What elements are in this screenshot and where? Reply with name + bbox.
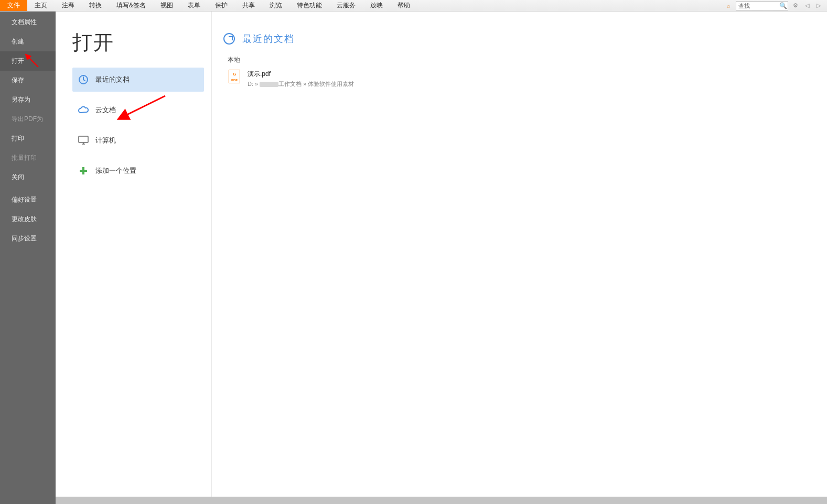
recent-file-item[interactable]: PDF 演示.pdf D: » 工作文档 » 体验软件使用素材 — [227, 70, 811, 91]
sidebar-item-skin[interactable]: 更改皮肤 — [0, 210, 56, 229]
location-cloud-docs[interactable]: 云文档 — [72, 98, 204, 122]
sidebar-item-save[interactable]: 保存 — [0, 71, 56, 90]
cloud-icon — [78, 104, 89, 116]
ribbon-tabs: 文件 主页 注释 转换 填写&签名 视图 表单 保护 共享 浏览 特色功能 云服… — [0, 0, 827, 12]
sidebar-item-close[interactable]: 关闭 — [0, 168, 56, 187]
recent-file-name: 演示.pdf — [248, 70, 354, 79]
ribbon-tab-annotate[interactable]: 注释 — [55, 0, 82, 11]
sidebar-item-doc-properties[interactable]: 文档属性 — [0, 13, 56, 32]
nav-forward-icon[interactable]: ▷ — [814, 2, 823, 10]
status-bar — [56, 497, 827, 504]
recent-docs-title: 最近的文档 — [242, 32, 295, 45]
page-title: 打开 — [72, 29, 204, 56]
redacted-segment — [260, 82, 278, 87]
search-icon[interactable]: 🔍 — [778, 2, 788, 10]
pdf-file-icon: PDF — [229, 70, 240, 83]
gear-icon[interactable]: ⚙ — [791, 2, 800, 10]
ribbon-tab-home[interactable]: 主页 — [27, 0, 55, 11]
open-locations-panel: 打开 最近的文档 云文档 计算机 添加一个位置 — [56, 12, 212, 504]
plus-icon — [78, 165, 89, 177]
ribbon-tab-help[interactable]: 帮助 — [390, 0, 417, 11]
sidebar-item-saveas[interactable]: 另存为 — [0, 90, 56, 109]
sidebar-item-export-pdf[interactable]: 导出PDF为 — [0, 109, 56, 129]
ribbon-tab-file[interactable]: 文件 — [0, 0, 27, 11]
ribbon-tab-view[interactable]: 视图 — [153, 0, 180, 11]
clock-icon — [223, 33, 235, 45]
location-label: 云文档 — [95, 105, 116, 115]
sidebar-item-print[interactable]: 打印 — [0, 129, 56, 148]
search-box[interactable]: 🔍 — [736, 1, 788, 10]
ribbon-tab-protect[interactable]: 保护 — [208, 0, 235, 11]
location-label: 计算机 — [95, 136, 116, 145]
location-computer[interactable]: 计算机 — [72, 128, 204, 152]
ribbon-tab-fillsign[interactable]: 填写&签名 — [109, 0, 153, 11]
nav-back-icon[interactable]: ◁ — [803, 2, 811, 10]
clock-icon — [78, 74, 89, 85]
sidebar-item-create[interactable]: 创建 — [0, 32, 56, 51]
location-recent-docs[interactable]: 最近的文档 — [72, 68, 204, 92]
ribbon-tab-features[interactable]: 特色功能 — [289, 0, 329, 11]
ribbon-tab-convert[interactable]: 转换 — [82, 0, 109, 11]
sidebar-item-preferences[interactable]: 偏好设置 — [0, 190, 56, 210]
recent-docs-panel: 最近的文档 本地 PDF 演示.pdf D: » 工作文档 » 体验软件使用素材 — [212, 12, 827, 504]
recent-file-path: D: » 工作文档 » 体验软件使用素材 — [248, 80, 354, 88]
search-input[interactable] — [736, 2, 778, 10]
monitor-icon — [78, 135, 89, 146]
ribbon-tab-form[interactable]: 表单 — [180, 0, 208, 11]
location-add-place[interactable]: 添加一个位置 — [72, 159, 204, 183]
ribbon-tab-share[interactable]: 共享 — [235, 0, 262, 11]
ribbon-tab-browse[interactable]: 浏览 — [262, 0, 289, 11]
sidebar-item-batch-print[interactable]: 批量打印 — [0, 148, 56, 168]
section-local-label: 本地 — [228, 56, 811, 64]
ribbon-tab-cloud[interactable]: 云服务 — [329, 0, 363, 11]
location-label: 最近的文档 — [95, 75, 130, 84]
svg-rect-1 — [79, 136, 88, 143]
sidebar-item-sync-settings[interactable]: 同步设置 — [0, 229, 56, 248]
location-label: 添加一个位置 — [95, 166, 136, 176]
file-sidebar: 文档属性 创建 打开 保存 另存为 导出PDF为 打印 批量打印 关闭 偏好设置… — [0, 12, 56, 504]
ribbon-tab-present[interactable]: 放映 — [363, 0, 390, 11]
sidebar-item-open[interactable]: 打开 — [0, 51, 56, 71]
find-marker-icon[interactable]: ⌕ — [724, 2, 733, 10]
